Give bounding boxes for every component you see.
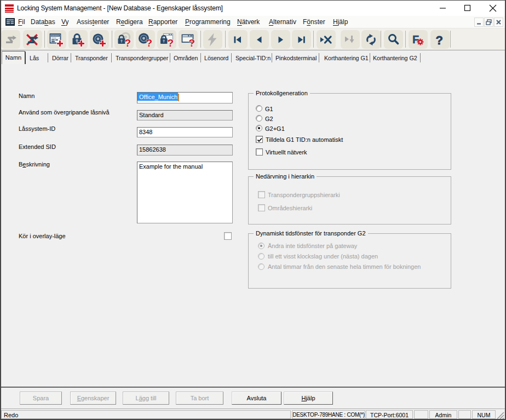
svg-text:?: ? — [436, 33, 443, 47]
svg-text:?: ? — [168, 37, 174, 49]
svg-text:?: ? — [189, 37, 196, 49]
svg-text:?: ? — [125, 37, 131, 49]
svg-text:?: ? — [146, 37, 153, 49]
